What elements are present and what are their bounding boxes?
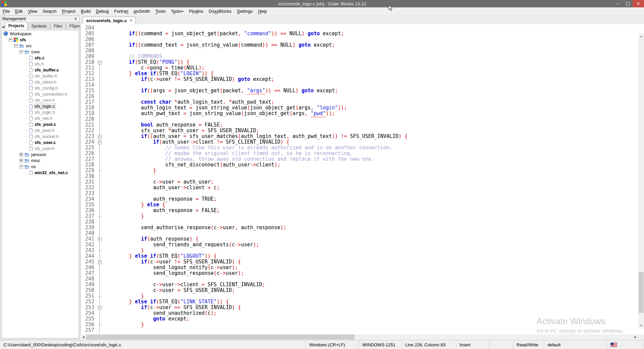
panel-tab-symbols[interactable]: Symbols — [28, 22, 50, 30]
tree-item-sfs-c[interactable]: sfs.c — [2, 55, 78, 61]
menu-tools-[interactable]: Tools+ — [168, 8, 186, 14]
code-line-208[interactable]: 208 — [81, 48, 638, 54]
code-line-211[interactable]: 211c->pong = time(NULL); — [81, 65, 638, 71]
code-line-249[interactable]: 249c->user->client = SFS_CLIENT_INVALID; — [81, 282, 638, 288]
tree-item-sfs-user-h[interactable]: sfs_user.h — [2, 145, 78, 151]
code-line-221[interactable]: 221bool auth_response = FALSE; — [81, 122, 638, 128]
collapse-icon[interactable] — [19, 50, 23, 54]
menu-wxsmith[interactable]: wxSmith — [131, 8, 153, 14]
code-line-255[interactable]: 255goto except; — [81, 316, 638, 322]
code-line-251[interactable]: 251} — [81, 293, 638, 299]
collapse-icon[interactable] — [14, 44, 18, 48]
tree-item-sfs-h[interactable]: sfs.h — [2, 61, 78, 67]
horizontal-scrollbar[interactable]: ◀ ▶ — [80, 334, 638, 340]
code-line-205[interactable]: 205if((command = json_object_get(packet,… — [81, 31, 638, 37]
code-line-210[interactable]: 210if(STR_EQ("PONG")) { — [81, 59, 638, 65]
panel-tab-files[interactable]: Files — [50, 22, 65, 30]
menu-file[interactable]: File — [0, 8, 12, 14]
code-line-213[interactable]: 213if(c->user != SFS_USER_INVALID) goto … — [81, 77, 638, 82]
code-line-244[interactable]: 244} else if(STR_EQ("LOGOUT")) { — [81, 253, 638, 259]
code-line-231[interactable]: 231c->user = auth_user; — [81, 179, 638, 185]
code-line-228[interactable]: 228sfs_net_disconnect(auth_user->client)… — [81, 162, 638, 168]
scroll-right-icon[interactable]: ▶ — [633, 334, 638, 340]
code-line-207[interactable]: 207if((command_text = json_string_value(… — [81, 42, 638, 48]
code-line-206[interactable]: 206 — [81, 37, 638, 42]
code-line-247[interactable]: 247send_logout_response(c->user); — [81, 270, 638, 276]
tree-item-os[interactable]: os — [2, 163, 78, 169]
tree-item-sfs-core-h[interactable]: sfs_core.h — [2, 97, 78, 103]
tree-item-workspace[interactable]: Workspace — [2, 31, 78, 37]
code-line-226[interactable]: 226// maybe the original client timed ou… — [81, 151, 638, 156]
code-line-229[interactable]: 229} — [81, 168, 638, 173]
menu-settings[interactable]: Settings — [234, 8, 255, 14]
tree-item-win32-sfs-net-c[interactable]: win32_sfs_net.c — [2, 169, 78, 176]
code-line-246[interactable]: 246send_logout_notify(c->user); — [81, 265, 638, 270]
fold-collapse-icon[interactable] — [97, 59, 103, 65]
tree-item-sfs-logic-c[interactable]: sfs_logic.c — [2, 103, 78, 109]
code-line-225[interactable]: 225// seems like this user is already au… — [81, 145, 638, 151]
code-line-235[interactable]: 235} else { — [81, 202, 638, 208]
tree-item-sfs-user-c[interactable]: sfs_user.c — [2, 139, 78, 145]
close-button[interactable]: ✕ — [633, 0, 644, 7]
expand-icon[interactable] — [19, 159, 23, 162]
code-line-254[interactable]: 254send_unauthorized(c); — [81, 310, 638, 316]
tree-item-sfs-connection-h[interactable]: sfs_connection.h — [2, 91, 78, 97]
scroll-up-icon[interactable]: ▲ — [638, 34, 644, 39]
code-line-240[interactable]: 240 — [81, 231, 638, 236]
code-line-204[interactable]: 204 — [81, 25, 638, 31]
code-line-209[interactable]: 209// COMMANDS — [81, 54, 638, 59]
menu-search[interactable]: Search — [40, 8, 59, 14]
menu-fortran[interactable]: Fortran — [111, 8, 131, 14]
tree-item-sfs-net-h[interactable]: sfs_net.h — [2, 115, 78, 121]
menu-plugins[interactable]: Plugins — [186, 8, 206, 14]
tree-item-sfs-config-h[interactable]: sfs_config.h — [2, 85, 78, 91]
tabs-scroll-left-icon[interactable]: ◀ — [1, 25, 5, 30]
tree-item-sfs-client-h[interactable]: sfs_client.h — [2, 79, 78, 85]
panel-tab-projects[interactable]: Projects — [5, 22, 28, 30]
tree-item-sfs-buffer-h[interactable]: sfs_buffer.h — [2, 73, 78, 79]
code-line-253[interactable]: 253if(c->user == SFS_USER_INVALID) { — [81, 305, 638, 310]
horizontal-scroll-thumb[interactable] — [86, 335, 355, 340]
code-line-239[interactable]: 239send_authorise_response(c->user, auth… — [81, 225, 638, 231]
tree-item-sfs-logic-h[interactable]: sfs_logic.h — [2, 109, 78, 115]
tab-close-icon[interactable]: ✕ — [129, 18, 132, 23]
code-line-236[interactable]: 236auth_response = FALSE; — [81, 208, 638, 213]
code-line-248[interactable]: 248 — [81, 276, 638, 282]
menu-view[interactable]: View — [25, 8, 40, 14]
tree-item-jansson[interactable]: jansson — [2, 151, 78, 157]
menu-tools[interactable]: Tools — [153, 8, 168, 14]
code-line-218[interactable]: 218auth_login_text = json_string_value(j… — [81, 105, 638, 111]
menu-doxyblocks[interactable]: DoxyBlocks — [206, 8, 234, 14]
code-line-212[interactable]: 212} else if(STR_EQ("LOGIN")) { — [81, 71, 638, 77]
tree-item-sfs-buffer-c[interactable]: sfs_buffer.c — [2, 67, 78, 73]
code-line-234[interactable]: 234auth_response = TRUE; — [81, 196, 638, 202]
menu-edit[interactable]: Edit — [12, 8, 25, 14]
code-line-233[interactable]: 233 — [81, 191, 638, 196]
tab-sfs-logic[interactable]: src\core\sfs_logic.c ✕ — [83, 17, 136, 24]
management-close-icon[interactable]: ✕ — [73, 17, 78, 21]
code-line-227[interactable]: 227// anyway, throw away old connection … — [81, 156, 638, 162]
vertical-scrollbar[interactable]: ▲ ▼ — [638, 34, 644, 329]
code-line-216[interactable]: 216 — [81, 94, 638, 99]
expand-icon[interactable] — [19, 153, 23, 156]
code-line-215[interactable]: 215if((args = json_object_get(packet, "a… — [81, 88, 638, 94]
code-line-223[interactable]: 223if((auth_user = sfs_user_matches(auth… — [81, 134, 638, 139]
fold-collapse-icon[interactable] — [97, 134, 103, 139]
code-line-257[interactable]: 257 — [81, 328, 638, 333]
fold-collapse-icon[interactable] — [97, 259, 103, 265]
tree-item-sfs[interactable]: sfs — [2, 37, 78, 43]
collapse-icon[interactable] — [19, 165, 23, 168]
code-line-245[interactable]: 245if(c->user != SFS_USER_INVALID) { — [81, 259, 638, 265]
code-line-242[interactable]: 242send_friends_and_requests(c->user); — [81, 242, 638, 248]
tree-item-sfs-pool-h[interactable]: sfs_pool.h — [2, 127, 78, 133]
tree-item-src[interactable]: src — [2, 43, 78, 49]
code-line-214[interactable]: 214 — [81, 82, 638, 88]
tree-item-misc[interactable]: misc — [2, 157, 78, 163]
menu-project[interactable]: Project — [59, 8, 78, 14]
code-line-224[interactable]: 224if(auth_user->client != SFS_CLIENT_IN… — [81, 139, 638, 145]
code-line-237[interactable]: 237} — [81, 213, 638, 219]
tree-item-core[interactable]: core — [2, 49, 78, 55]
collapse-icon[interactable] — [9, 38, 12, 42]
code-line-219[interactable]: 219auth_pwd_text = json_string_value(jso… — [81, 111, 638, 116]
code-line-232[interactable]: 232auth_user->client = c; — [81, 185, 638, 191]
